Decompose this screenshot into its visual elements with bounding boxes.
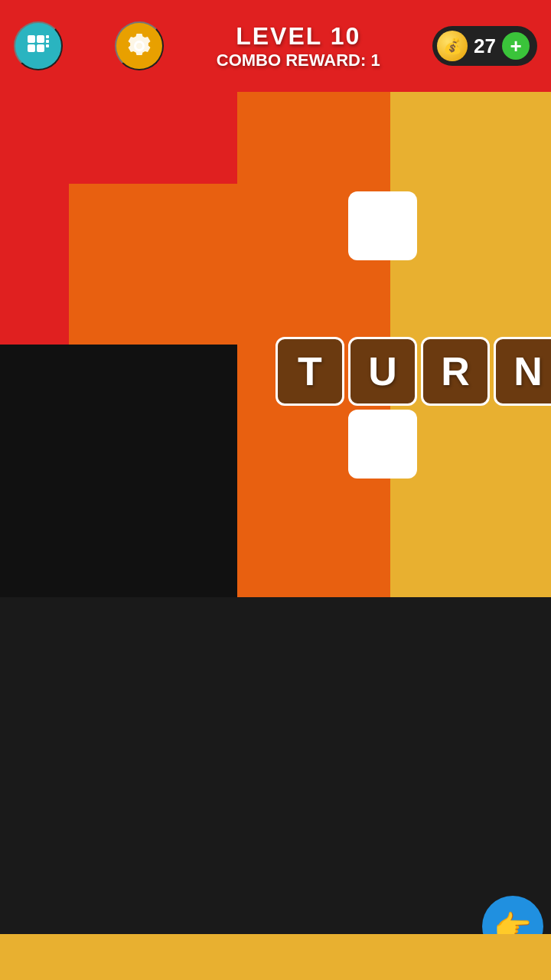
- letter-tile-n-turn: N: [494, 337, 551, 406]
- svg-rect-3: [37, 44, 44, 52]
- grid-icon: [24, 32, 52, 60]
- svg-rect-5: [46, 40, 49, 43]
- gear-icon: [125, 31, 154, 60]
- bottom-area: 1 COMBO U R N T 🚀 🔒 ⭐ �: [0, 597, 551, 980]
- bg-dark-left: [0, 345, 237, 597]
- header-center: LEVEL 10 COMBO REWARD: 1: [217, 22, 380, 70]
- game-board: R U T U R N: [0, 92, 551, 597]
- letter-tile-u-turn: U: [348, 337, 417, 406]
- coin-count: 27: [474, 34, 496, 58]
- combo-reward-display: COMBO REWARD: 1: [217, 51, 380, 70]
- empty-tile-top: [348, 191, 417, 260]
- letter-tile-r-turn: R: [421, 337, 490, 406]
- add-coin-button[interactable]: +: [502, 32, 530, 60]
- svg-rect-1: [37, 35, 44, 43]
- bottom-strip: [0, 934, 551, 980]
- coin-icon: 💰: [437, 31, 468, 61]
- empty-tile-bottom: [348, 410, 417, 479]
- svg-rect-2: [28, 44, 35, 52]
- grid-button[interactable]: [14, 21, 63, 70]
- settings-button[interactable]: [115, 21, 164, 70]
- letter-tile-t: T: [276, 337, 344, 406]
- svg-rect-6: [46, 44, 49, 47]
- svg-rect-4: [46, 35, 49, 38]
- svg-rect-0: [28, 35, 35, 43]
- header: LEVEL 10 COMBO REWARD: 1 💰 27 +: [0, 0, 551, 92]
- bg-orange-left: [69, 184, 237, 345]
- coin-area: 💰 27 +: [432, 26, 537, 66]
- level-display: LEVEL 10: [217, 22, 380, 51]
